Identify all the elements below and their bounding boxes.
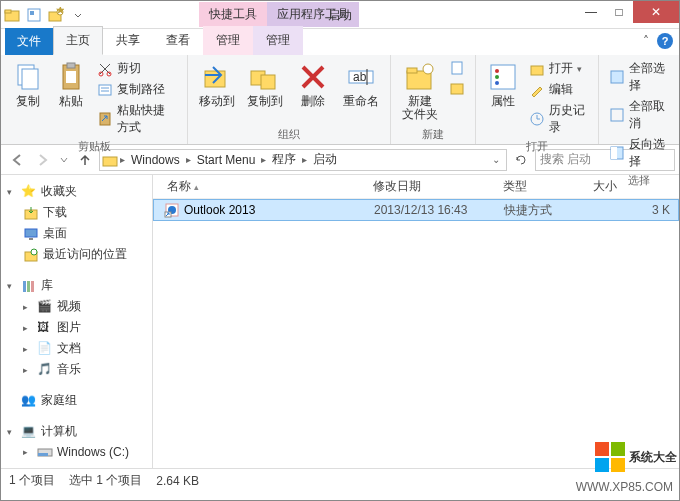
new-item-button[interactable] [447,59,467,77]
ribbon-collapse-icon[interactable]: ˄ [643,34,649,48]
svg-rect-18 [261,75,275,89]
properties-icon[interactable] [25,6,43,24]
branding-url: WWW.XP85.COM [576,480,673,494]
context-tab-shortcut-tools[interactable]: 快捷工具 [199,2,267,27]
chevron-right-icon[interactable]: ▸ [302,154,307,165]
svg-rect-23 [407,68,417,73]
svg-rect-14 [99,85,111,95]
paste-button[interactable]: 粘贴 [52,59,89,110]
tab-file[interactable]: 文件 [5,28,53,55]
cut-button[interactable]: 剪切 [95,59,179,78]
breadcrumb-start-menu[interactable]: Start Menu [193,151,260,169]
breadcrumb-startup[interactable]: 启动 [309,149,341,170]
group-label-organize: 组织 [196,125,382,142]
copy-path-button[interactable]: 复制路径 [95,80,179,99]
file-name: Outlook 2013 [184,203,255,217]
column-name[interactable]: 名称 ▴ [153,178,373,195]
maximize-button[interactable]: □ [605,1,633,23]
file-list-pane: 名称 ▴ 修改日期 类型 大小 Outlook 2013 2013/12/13 … [153,175,679,468]
column-type[interactable]: 类型 [503,178,593,195]
svg-rect-45 [31,281,34,292]
tab-manage-2[interactable]: 管理 [253,26,303,55]
svg-rect-44 [27,281,30,292]
music-icon: 🎵 [37,362,53,378]
svg-rect-43 [23,281,26,292]
chevron-right-icon[interactable]: ▸ [261,154,266,165]
chevron-right-icon: ▸ [23,302,33,312]
window-controls: — □ ✕ [577,1,679,23]
copy-to-button[interactable]: 复制到 [244,59,286,110]
sidebar-item-documents[interactable]: ▸📄文档 [1,338,152,359]
breadcrumb-programs[interactable]: 程序 [268,149,300,170]
sidebar-item-desktop[interactable]: 桌面 [1,223,152,244]
file-row[interactable]: Outlook 2013 2013/12/13 16:43 快捷方式 3 K [153,199,679,221]
properties-button[interactable]: 属性 [484,59,521,110]
group-label-open: 打开 [484,137,590,154]
svg-rect-8 [22,69,38,89]
sidebar-item-videos[interactable]: ▸🎬视频 [1,296,152,317]
chevron-right-icon[interactable]: ▸ [186,154,191,165]
easy-access-button[interactable] [447,79,467,97]
tab-view[interactable]: 查看 [153,26,203,55]
column-headers[interactable]: 名称 ▴ 修改日期 类型 大小 [153,175,679,199]
edit-button[interactable]: 编辑 [527,80,590,99]
qat-dropdown-icon[interactable] [69,6,87,24]
document-icon: 📄 [37,341,53,357]
svg-rect-37 [103,157,117,166]
picture-icon: 🖼 [37,320,53,336]
close-button[interactable]: ✕ [633,1,679,23]
title-bar: ★ 快捷工具 应用程序工具 启动 — □ ✕ [1,1,679,29]
sidebar-item-music[interactable]: ▸🎵音乐 [1,359,152,380]
shortcut-icon [164,202,180,218]
help-icon[interactable]: ? [657,33,673,49]
svg-rect-3 [30,11,34,15]
minimize-button[interactable]: — [577,1,605,23]
select-all-button[interactable]: 全部选择 [607,59,671,95]
paste-shortcut-button[interactable]: 粘贴快捷方式 [95,101,179,137]
history-button[interactable]: 历史记录 [527,101,590,137]
column-date[interactable]: 修改日期 [373,178,503,195]
chevron-right-icon[interactable]: ▸ [120,154,125,165]
new-folder-icon[interactable]: ★ [47,6,65,24]
svg-rect-40 [29,238,33,240]
navigation-pane[interactable]: ▾⭐收藏夹 下载 桌面 最近访问的位置 ▾库 ▸🎬视频 ▸🖼图片 ▸📄文档 ▸🎵… [1,175,153,468]
svg-rect-16 [205,71,225,87]
open-button[interactable]: 打开▾ [527,59,590,78]
address-dropdown-icon[interactable]: ⌄ [488,154,504,165]
move-to-button[interactable]: 移动到 [196,59,238,110]
svg-rect-31 [531,66,543,75]
svg-point-24 [423,64,433,74]
sidebar-item-pictures[interactable]: ▸🖼图片 [1,317,152,338]
ribbon-group-open: 属性 打开▾ 编辑 历史记录 打开 [476,55,599,144]
sidebar-item-recent[interactable]: 最近访问的位置 [1,244,152,265]
copy-button[interactable]: 复制 [9,59,46,110]
group-label-new: 新建 [399,125,467,142]
sidebar-libraries-head[interactable]: ▾库 [1,275,152,296]
tab-manage-1[interactable]: 管理 [203,26,253,55]
desktop-icon [23,226,39,242]
tab-home[interactable]: 主页 [53,26,103,55]
new-folder-button[interactable]: 新建 文件夹 [399,59,441,123]
file-type: 快捷方式 [504,202,594,219]
ribbon-tab-strip: 文件 主页 共享 查看 管理 管理 ˄ ? [1,29,679,55]
sort-asc-icon: ▴ [194,182,199,192]
recent-icon [23,247,39,263]
svg-point-30 [495,81,499,85]
sidebar-homegroup[interactable]: 👥家庭组 [1,390,152,411]
ribbon-group-organize: 移动到 复制到 删除 ab重命名 组织 [188,55,391,144]
downloads-icon [23,205,39,221]
svg-point-28 [495,69,499,73]
sidebar-computer-head[interactable]: ▾💻计算机 [1,421,152,442]
rename-button[interactable]: ab重命名 [340,59,382,110]
sidebar-item-downloads[interactable]: 下载 [1,202,152,223]
computer-icon: 💻 [21,424,37,440]
tab-share[interactable]: 共享 [103,26,153,55]
chevron-right-icon: ▸ [23,447,33,457]
delete-button[interactable]: 删除 [292,59,334,110]
sidebar-item-drive-c[interactable]: ▸Windows (C:) [1,442,152,462]
select-none-button[interactable]: 全部取消 [607,97,671,133]
file-size: 3 K [594,203,678,217]
invert-selection-button[interactable]: 反向选择 [607,135,671,171]
sidebar-favorites-head[interactable]: ▾⭐收藏夹 [1,181,152,202]
group-label-clipboard: 剪贴板 [9,137,179,154]
